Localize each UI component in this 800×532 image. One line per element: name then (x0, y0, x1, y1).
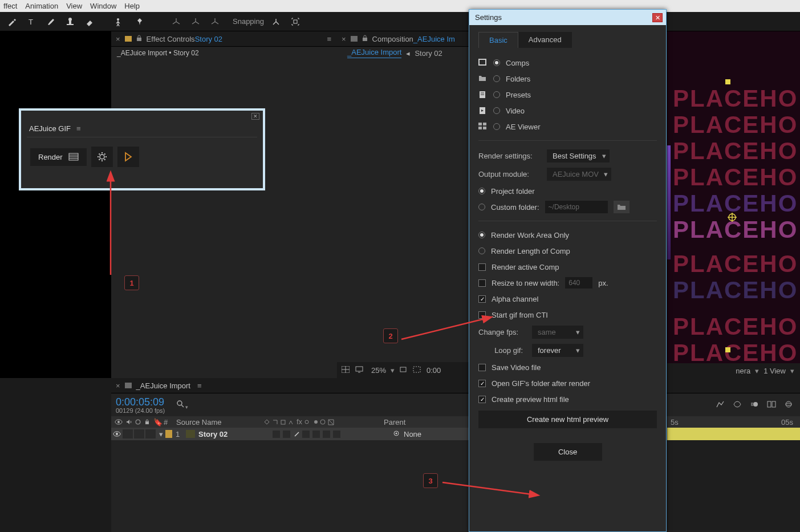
tab-advanced[interactable]: Advanced (518, 32, 572, 48)
menu-window[interactable]: Window (90, 2, 116, 10)
zoom-level[interactable]: 25% (371, 366, 386, 375)
layer-duration-bar[interactable] (667, 428, 800, 440)
radio-presets[interactable] (493, 91, 500, 98)
switch-cell[interactable] (283, 431, 290, 438)
expand-toggle[interactable]: ▾ (159, 430, 163, 438)
visibility-toggle[interactable] (111, 430, 123, 438)
preview-button[interactable] (117, 147, 139, 167)
parent-pickwhip-icon[interactable] (392, 430, 404, 438)
close-tab-icon[interactable]: × (116, 35, 120, 43)
check-resize[interactable] (478, 279, 486, 287)
timeline-track-area[interactable]: 5s 05s 06s (667, 416, 800, 530)
check-alpha[interactable] (478, 295, 486, 303)
close-button[interactable]: Close (534, 443, 602, 461)
search-icon[interactable]: ▾ (176, 400, 188, 411)
parent-value[interactable]: None (404, 430, 421, 438)
switch-cell[interactable] (312, 431, 320, 438)
eye-column-icon[interactable] (111, 418, 123, 427)
shy-icon[interactable] (733, 400, 743, 409)
lock-icon[interactable] (362, 35, 368, 43)
switch-cell[interactable] (293, 431, 300, 438)
menu-effect[interactable]: ffect (3, 2, 17, 10)
resize-width-input[interactable]: 640 (565, 277, 592, 289)
change-fps-select[interactable]: same (532, 326, 583, 339)
lock-column-icon[interactable] (141, 418, 150, 427)
pin-tool-icon[interactable] (135, 17, 145, 27)
menu-view[interactable]: View (66, 2, 82, 10)
settings-button[interactable] (91, 147, 113, 167)
radio-aeviewer[interactable] (493, 123, 500, 130)
close-tab-icon[interactable]: × (342, 35, 346, 43)
axis-world-icon[interactable] (190, 17, 201, 27)
loop-gif-select[interactable]: forever (532, 344, 583, 357)
radio-length-comp[interactable] (478, 247, 485, 254)
3d-icon[interactable] (784, 400, 794, 409)
effect-controls-link[interactable]: Story 02 (195, 35, 222, 43)
effect-controls-tab[interactable]: × Effect Controls Story 02 ≡ (111, 31, 337, 47)
bbox-handle[interactable] (725, 79, 730, 84)
graph-editor-icon[interactable] (716, 400, 726, 409)
radio-comps[interactable] (493, 59, 500, 66)
audio-toggle[interactable] (123, 429, 133, 438)
resolution-icon[interactable] (399, 366, 408, 374)
panel-close-button[interactable]: ✕ (251, 113, 259, 120)
check-save-video[interactable] (478, 364, 486, 371)
timeline-ruler[interactable]: 5s 05s 06s (667, 416, 800, 428)
check-open-folder[interactable] (478, 380, 486, 387)
lock-icon[interactable] (136, 35, 142, 43)
comp-nav-inactive[interactable]: Story 02 (415, 49, 442, 58)
axis-local-icon[interactable] (171, 17, 181, 27)
render-button[interactable]: Render (30, 148, 87, 166)
audio-column-icon[interactable] (123, 418, 132, 427)
settings-titlebar[interactable]: Settings ✕ (469, 10, 666, 25)
snap-bounds-icon[interactable] (290, 17, 300, 27)
composition-tab[interactable]: × Composition _AEJuice Im (337, 31, 469, 47)
snap-toggle-icon[interactable] (271, 17, 281, 27)
frame-blend-icon[interactable] (767, 400, 777, 409)
custom-folder-input[interactable]: ~/Desktop (545, 201, 608, 213)
comp-time[interactable]: 0:00 (427, 366, 441, 375)
output-module-select[interactable]: AEJuice MOV (547, 168, 611, 181)
brush-tool-icon[interactable] (46, 17, 56, 27)
comp-nav-active[interactable]: _AEJuice Import (347, 48, 401, 58)
close-tab-icon[interactable]: × (116, 381, 120, 390)
anchor-point-icon[interactable] (726, 212, 738, 225)
puppet-tool-icon[interactable] (115, 17, 125, 27)
check-active-comp[interactable] (478, 263, 486, 271)
pen-tool-icon[interactable] (7, 17, 17, 27)
timeline-tab[interactable]: × _AEJuice Import ≡ (111, 378, 800, 393)
composition-link[interactable]: _AEJuice Im (413, 35, 455, 43)
monitor-icon[interactable] (355, 366, 364, 374)
switch-cell[interactable] (273, 431, 280, 438)
switch-cell[interactable] (302, 431, 310, 438)
render-settings-select[interactable]: Best Settings (547, 149, 610, 163)
layer-name[interactable]: Story 02 (198, 430, 273, 438)
radio-video[interactable] (493, 107, 500, 114)
axis-view-icon[interactable] (210, 17, 220, 27)
solo-column-icon[interactable] (132, 418, 141, 427)
menu-help[interactable]: Help (124, 2, 140, 10)
radio-custom-folder[interactable] (478, 204, 485, 210)
timeline-timecode[interactable]: 0:00:05:09 (116, 396, 165, 408)
view-dropdown[interactable]: 1 View (764, 367, 786, 375)
motion-blur-icon[interactable] (750, 400, 760, 409)
switch-cell[interactable] (323, 431, 330, 438)
switch-cell[interactable] (333, 431, 340, 438)
snapping-label[interactable]: Snapping (233, 17, 264, 26)
mask-icon[interactable] (413, 366, 422, 374)
stamp-tool-icon[interactable] (65, 17, 75, 27)
radio-folders[interactable] (493, 75, 500, 82)
check-create-preview[interactable] (478, 396, 486, 403)
lock-toggle[interactable] (145, 429, 156, 438)
create-html-preview-button[interactable]: Create new html preview (478, 411, 657, 428)
radio-work-area[interactable] (478, 232, 485, 238)
menu-animation[interactable]: Animation (25, 2, 58, 10)
tab-basic[interactable]: Basic (478, 32, 518, 48)
panel-menu-icon[interactable]: ≡ (76, 124, 81, 133)
layer-color[interactable] (165, 430, 172, 438)
grid-icon[interactable] (342, 366, 351, 374)
camera-dropdown[interactable]: nera (736, 367, 750, 375)
panel-menu-icon[interactable]: ≡ (327, 35, 331, 43)
solo-toggle[interactable] (134, 429, 144, 438)
text-tool-icon[interactable]: T (26, 17, 36, 27)
